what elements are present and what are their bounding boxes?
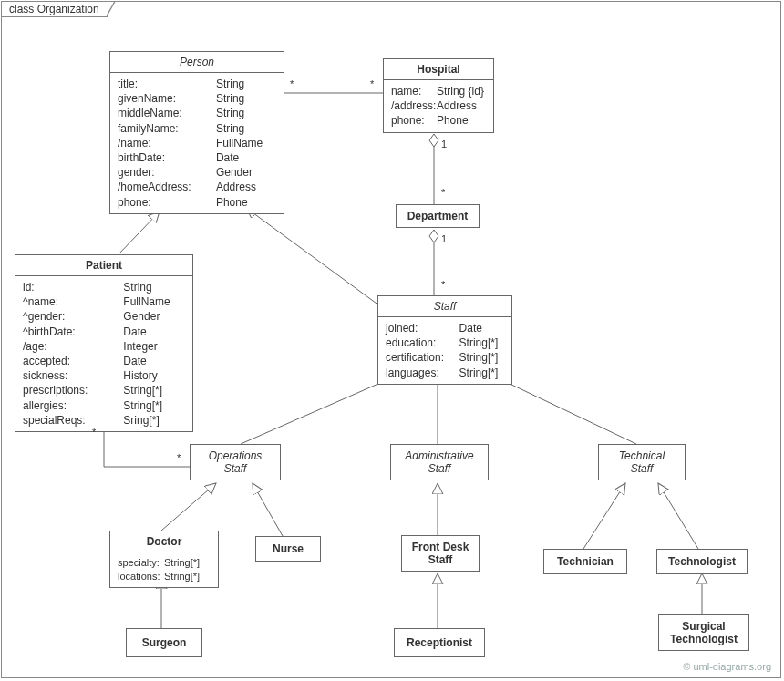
class-nurse: Nurse bbox=[255, 536, 321, 562]
frame-title: class Organization bbox=[9, 3, 99, 15]
class-staff-title: Staff bbox=[378, 296, 511, 317]
mult-patient-ops-r: * bbox=[177, 452, 181, 463]
class-person: Person title:String givenName:String mid… bbox=[109, 51, 284, 214]
class-technician: Technician bbox=[543, 549, 627, 574]
class-staff: Staff joined:Date education:String[*] ce… bbox=[377, 295, 512, 385]
class-front-desk-staff: Front Desk Staff bbox=[401, 535, 480, 572]
frame-title-tab: class Organization bbox=[1, 1, 108, 17]
mult-person-hospital-l: * bbox=[290, 78, 294, 89]
class-person-title: Person bbox=[110, 52, 284, 73]
mult-patient-ops-l: * bbox=[92, 427, 96, 438]
class-hospital-body: name:String {id} /address:Address phone:… bbox=[384, 80, 493, 132]
svg-line-10 bbox=[161, 483, 216, 531]
svg-line-11 bbox=[253, 483, 283, 536]
class-administrative-staff: Administrative Staff bbox=[390, 444, 489, 480]
class-technologist: Technologist bbox=[656, 549, 748, 574]
svg-line-4 bbox=[246, 208, 383, 308]
class-department: Department bbox=[396, 204, 480, 228]
class-surgeon: Surgeon bbox=[126, 628, 202, 657]
mult-person-hospital-r: * bbox=[370, 78, 374, 89]
svg-line-3 bbox=[119, 212, 160, 254]
class-person-body: title:String givenName:String middleName… bbox=[110, 73, 284, 213]
class-hospital-title: Hospital bbox=[384, 59, 493, 80]
class-patient-title: Patient bbox=[15, 255, 192, 276]
class-staff-body: joined:Date education:String[*] certific… bbox=[378, 317, 511, 384]
mult-hosp-dept-star: * bbox=[441, 187, 445, 198]
mult-dept-staff-1: 1 bbox=[441, 233, 447, 244]
class-patient: Patient id:String ^name:FullName ^gender… bbox=[15, 254, 193, 432]
watermark: © uml-diagrams.org bbox=[683, 661, 771, 672]
svg-line-14 bbox=[658, 483, 698, 549]
class-patient-body: id:String ^name:FullName ^gender:Gender … bbox=[15, 276, 192, 431]
class-doctor: Doctor specialty:String[*] locations:Str… bbox=[109, 531, 219, 588]
class-surgical-technologist: Surgical Technologist bbox=[658, 614, 749, 651]
class-receptionist: Receptionist bbox=[394, 628, 485, 657]
mult-dept-staff-star: * bbox=[441, 279, 445, 290]
class-technical-staff: Technical Staff bbox=[598, 444, 686, 480]
package-frame: class Organization bbox=[1, 1, 781, 678]
class-hospital: Hospital name:String {id} /address:Addre… bbox=[383, 58, 494, 133]
class-operations-staff: Operations Staff bbox=[190, 444, 281, 480]
svg-line-13 bbox=[583, 483, 625, 549]
mult-hosp-dept-1: 1 bbox=[441, 139, 447, 150]
